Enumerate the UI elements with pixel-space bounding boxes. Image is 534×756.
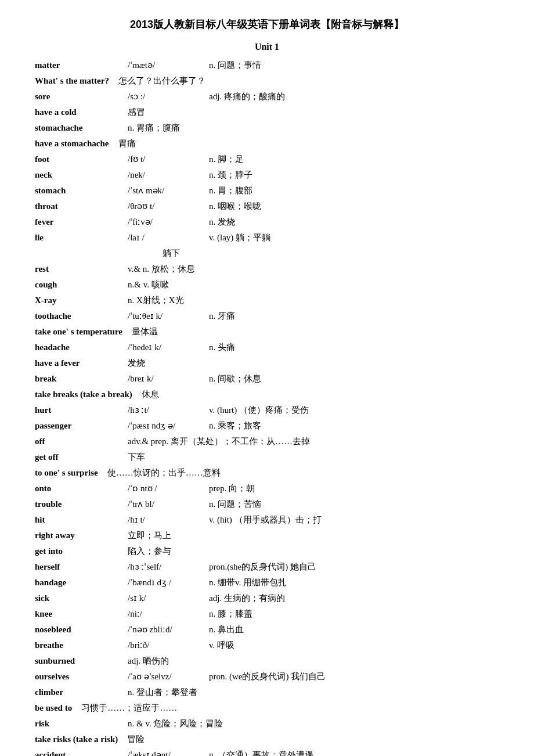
- entry-phonetic: /niː/: [128, 607, 209, 621]
- entry-word: have a stomachache: [35, 136, 109, 150]
- entry-def: 习惯于……；适应于……: [81, 701, 499, 715]
- entry-def: 使……惊讶的；出乎……意料: [107, 466, 499, 480]
- entry-phonetic: /ˈstʌ mək/: [128, 183, 209, 197]
- entry-phonetic: /ˈæksɪ dənt/: [128, 748, 209, 756]
- entry-row: stomach/ˈstʌ mək/n. 胃；腹部: [35, 183, 499, 197]
- entry-word: get into: [35, 544, 128, 558]
- entry-phonetic: /laɪ /: [128, 231, 209, 244]
- entry-row: take breaks (take a break)休息: [35, 387, 499, 401]
- entry-word: toothache: [35, 309, 128, 323]
- entry-def: n. 胃痛；腹痛: [128, 121, 499, 135]
- entry-row: bandage/ˈbændɪ dʒ /n. 绷带v. 用绷带包扎: [35, 575, 499, 589]
- entry-phonetic: /ˈaʊ əˈselvz/: [128, 669, 209, 683]
- entry-def: 立即；马上: [128, 528, 499, 542]
- entry-word: foot: [35, 152, 128, 166]
- entry-def: v. (hurt) （使）疼痛；受伤: [209, 403, 499, 417]
- entry-word: risk: [35, 717, 128, 730]
- entry-phonetic: /ˈnəʊ zbliːd/: [128, 622, 209, 636]
- entry-def: 感冒: [128, 105, 499, 119]
- entry-def: n. 胃；腹部: [209, 183, 499, 197]
- entry-row: breathe/briːð/v. 呼吸: [35, 638, 499, 652]
- entry-row: climbern. 登山者；攀登者: [35, 685, 499, 699]
- entry-word: climber: [35, 685, 128, 699]
- entry-row: sore/sɔ :/adj. 疼痛的；酸痛的: [35, 89, 499, 103]
- entry-row: nosebleed/ˈnəʊ zbliːd/n. 鼻出血: [35, 622, 499, 636]
- entry-phonetic: /briːð/: [128, 638, 209, 652]
- entry-phonetic: /breɪ k/: [128, 372, 209, 386]
- entry-row: X-rayn. X射线；X光: [35, 293, 499, 307]
- entry-word: ourselves: [35, 669, 128, 683]
- entry-row: break/breɪ k/n. 间歇；休息: [35, 372, 499, 386]
- entry-word: get off: [35, 450, 128, 464]
- entry-def: n. 间歇；休息: [209, 372, 499, 386]
- entry-phonetic: /ˈpæsɪ ndʒ ə/: [128, 419, 209, 433]
- entry-row: trouble/ˈtrʌ bl/n. 问题；苦恼: [35, 497, 499, 511]
- entry-def: 下车: [128, 450, 499, 464]
- entry-word: X-ray: [35, 293, 128, 307]
- entry-def: n. （交通）事故；意外遭遇: [209, 748, 499, 756]
- entry-row: riskn. & v. 危险；风险；冒险: [35, 717, 499, 730]
- entry-row: have a cold感冒: [35, 105, 499, 119]
- entry-def: pron. (we的反身代词) 我们自己: [209, 669, 499, 683]
- entry-def: n. X射线；X光: [128, 293, 499, 307]
- entry-def: 冒险: [127, 732, 499, 746]
- entry-word: stomach: [35, 183, 128, 197]
- entry-def: n. 头痛: [209, 340, 499, 354]
- entry-phonetic: /nek/: [128, 168, 209, 182]
- entry-row: onto/ˈɒ ntʊ /prep. 向；朝: [35, 481, 499, 495]
- entry-def: v. (hit) （用手或器具）击；打: [209, 513, 499, 527]
- entry-phonetic: /ˈtrʌ bl/: [128, 497, 209, 511]
- entry-def: n. 膝；膝盖: [209, 607, 499, 621]
- entry-row: sunburnedadj. 晒伤的: [35, 654, 499, 668]
- entry-phonetic: /ˈbændɪ dʒ /: [128, 575, 209, 589]
- entry-row: matter/ˈmætə/n. 问题；事情: [35, 58, 499, 72]
- entry-def: pron.(she的反身代词) 她自己: [209, 560, 499, 574]
- entry-word: headache: [35, 340, 128, 354]
- entry-def: 怎么了？出什么事了？: [118, 74, 499, 88]
- entry-row: knee/niː/n. 膝；膝盖: [35, 607, 499, 621]
- entry-word: have a cold: [35, 105, 128, 119]
- entry-row: take one' s temperature量体温: [35, 325, 499, 339]
- entry-row: get into陷入；参与: [35, 544, 499, 558]
- entry-phonetic: /ˈtuːθeɪ k/: [128, 309, 209, 323]
- entry-word: lie: [35, 231, 128, 244]
- entry-row: throat/θrəʊ t/n. 咽喉；喉咙: [35, 199, 499, 213]
- entry-def: adv.& prep. 离开（某处）；不工作；从……去掉: [128, 434, 499, 448]
- entry-word: stomachache: [35, 121, 128, 135]
- entry-def: n. 绷带v. 用绷带包扎: [209, 575, 499, 589]
- entry-word: What' s the matter?: [35, 74, 109, 88]
- entry-def: n. 牙痛: [209, 309, 499, 323]
- entry-def: v.& n. 放松；休息: [128, 262, 499, 276]
- entry-row: take risks (take a risk)冒险: [35, 732, 499, 746]
- entry-phonetic: /ˈmætə/: [128, 58, 209, 72]
- entry-word: take risks (take a risk): [35, 732, 118, 746]
- entry-def: v. (lay) 躺；平躺: [209, 231, 499, 244]
- entry-word: herself: [35, 560, 128, 574]
- entry-phonetic: /ˈɒ ntʊ /: [128, 481, 209, 495]
- entry-row: toothache/ˈtuːθeɪ k/n. 牙痛: [35, 309, 499, 323]
- entry-row: restv.& n. 放松；休息: [35, 262, 499, 276]
- entry-row: passenger/ˈpæsɪ ndʒ ə/n. 乘客；旅客: [35, 419, 499, 433]
- entry-def: n. 咽喉；喉咙: [209, 199, 499, 213]
- entry-row: to one' s surprise使……惊讶的；出乎……意料: [35, 466, 499, 480]
- entry-row: headache/ˈhedeɪ k/n. 头痛: [35, 340, 499, 354]
- entry-def: adj. 生病的；有病的: [209, 591, 499, 605]
- entry-row: have a fever发烧: [35, 356, 499, 370]
- entry-word: passenger: [35, 419, 128, 433]
- entry-def: n. 发烧: [209, 215, 499, 229]
- entry-phonetic: /sɔ :/: [128, 89, 209, 103]
- entry-def: 躺下: [163, 246, 499, 260]
- entry-def: 量体温: [132, 325, 499, 339]
- entry-word: nosebleed: [35, 622, 128, 636]
- entry-def: n. & v. 危险；风险；冒险: [128, 717, 499, 730]
- entry-word: matter: [35, 58, 128, 72]
- entry-row: stomachachen. 胃痛；腹痛: [35, 121, 499, 135]
- entry-row: 躺下: [35, 246, 499, 260]
- entry-word: bandage: [35, 575, 128, 589]
- entry-def: prep. 向；朝: [209, 481, 499, 495]
- entry-phonetic: /ˈfiːvə/: [128, 215, 209, 229]
- entry-row: have a stomachache胃痛: [35, 136, 499, 150]
- entry-phonetic: /sɪ k/: [128, 591, 209, 605]
- entry-word: knee: [35, 607, 128, 621]
- entry-def: 休息: [142, 387, 499, 401]
